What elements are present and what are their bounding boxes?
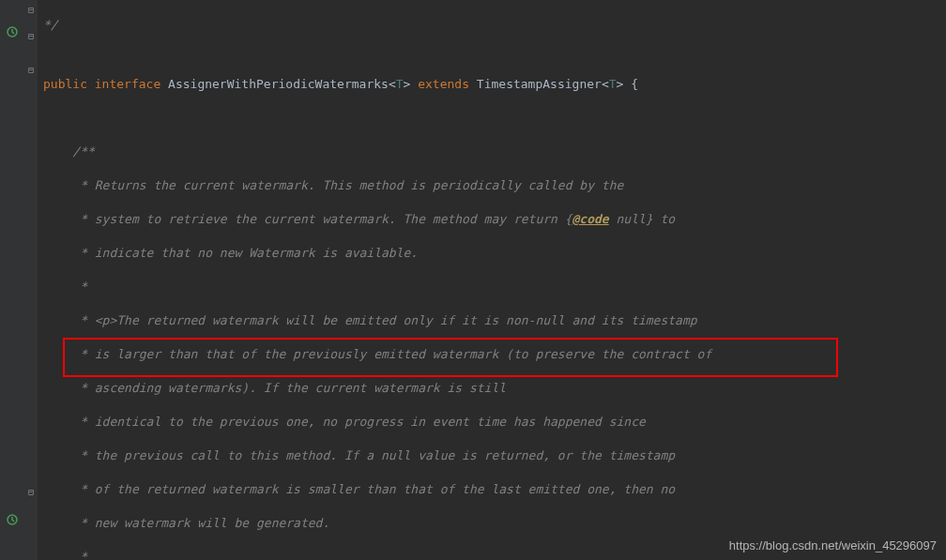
javadoc-line: * of the returned watermark is smaller t… [43,481,734,498]
javadoc-line: * ascending watermarks). If the current … [43,380,734,397]
code-area[interactable]: */ public interface AssignerWithPeriodic… [43,0,734,560]
javadoc-line: * [43,549,734,560]
fold-close-icon[interactable]: ⊟ [28,2,34,19]
javadoc-line: * the previous call to this method. If a… [43,447,734,464]
comment: */ [43,17,734,34]
javadoc-line: * identical to the previous one, no prog… [43,414,734,431]
javadoc-line: * new watermark will be generated. [43,515,734,532]
gutter-impl-icon[interactable] [6,25,19,38]
fold-open-icon[interactable]: ⊟ [28,62,34,79]
javadoc-line: * [43,279,734,295]
source-watermark: https://blog.csdn.net/weixin_45296097 [729,537,937,554]
gutter-impl-icon[interactable] [6,513,19,526]
javadoc-line: * system to retrieve the current waterma… [43,211,734,228]
javadoc-open: /** [43,144,734,160]
interface-signature: public interface AssignerWithPeriodicWat… [43,76,734,93]
javadoc-line: * is larger than that of the previously … [43,346,734,363]
fold-close-icon[interactable]: ⊟ [28,484,34,501]
javadoc-line: * Returns the current watermark. This me… [43,177,734,194]
javadoc-line: * <p>The returned watermark will be emit… [43,312,734,329]
fold-open-icon[interactable]: ⊟ [28,28,34,45]
javadoc-line: * indicate that no new Watermark is avai… [43,245,734,262]
editor-gutter: ⊟ ⊟ ⊟ ⊟ [0,0,38,560]
